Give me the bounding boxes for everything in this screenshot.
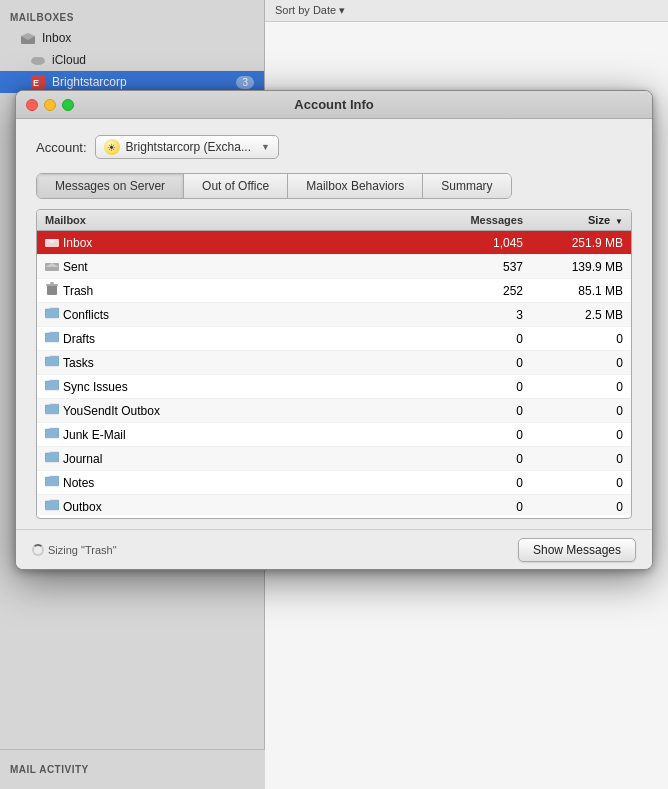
close-button[interactable] — [26, 99, 38, 111]
table-row[interactable]: Conflicts 3 2.5 MB — [37, 303, 631, 327]
sidebar-item-inbox[interactable]: Inbox — [0, 27, 264, 49]
cell-mailbox: YouSendIt Outbox — [45, 402, 423, 419]
row-icon — [45, 498, 59, 515]
mailbox-table: Mailbox Messages Size ▼ Inbox 1,045 251.… — [36, 209, 632, 519]
sidebar-badge: 3 — [236, 76, 254, 89]
row-icon — [45, 282, 59, 299]
tab-mailbox-behaviors[interactable]: Mailbox Behaviors — [288, 174, 423, 198]
sidebar-brightstarcorp-label: Brightstarcorp — [52, 75, 127, 89]
sidebar-item-icloud[interactable]: iCloud — [0, 49, 264, 71]
row-icon — [45, 402, 59, 419]
cell-messages: 1,045 — [423, 236, 523, 250]
tab-out-of-office[interactable]: Out of Office — [184, 174, 288, 198]
svg-rect-14 — [46, 284, 58, 286]
cell-messages: 0 — [423, 404, 523, 418]
table-row[interactable]: Notes 0 0 — [37, 471, 631, 495]
row-icon — [45, 234, 59, 251]
table-row[interactable]: Trash 252 85.1 MB — [37, 279, 631, 303]
cell-size: 0 — [523, 356, 623, 370]
cell-mailbox: Junk E-Mail — [45, 426, 423, 443]
cell-size: 139.9 MB — [523, 260, 623, 274]
cell-messages: 252 — [423, 284, 523, 298]
cell-mailbox: Sync Issues — [45, 378, 423, 395]
table-row[interactable]: Sent 537 139.9 MB — [37, 255, 631, 279]
table-row[interactable]: Inbox 1,045 251.9 MB — [37, 231, 631, 255]
maximize-button[interactable] — [62, 99, 74, 111]
inbox-icon — [20, 30, 36, 46]
cell-messages: 537 — [423, 260, 523, 274]
table-row[interactable]: Tasks 0 0 — [37, 351, 631, 375]
row-icon — [45, 330, 59, 347]
sort-arrow-icon: ▼ — [615, 217, 623, 226]
sidebar-icloud-label: iCloud — [52, 53, 86, 67]
cell-mailbox: Conflicts — [45, 306, 423, 323]
cell-messages: 0 — [423, 332, 523, 346]
status-text: Sizing "Trash" — [48, 544, 117, 556]
cell-size: 0 — [523, 452, 623, 466]
table-row[interactable]: Sync Issues 0 0 — [37, 375, 631, 399]
tab-messages-on-server[interactable]: Messages on Server — [37, 174, 184, 198]
cell-mailbox: Drafts — [45, 330, 423, 347]
col-size-header[interactable]: Size ▼ — [523, 214, 623, 226]
cell-messages: 0 — [423, 500, 523, 514]
col-mailbox-header: Mailbox — [45, 214, 423, 226]
modal-title: Account Info — [294, 97, 373, 112]
cell-size: 85.1 MB — [523, 284, 623, 298]
tab-summary[interactable]: Summary — [423, 174, 510, 198]
table-row[interactable]: Outbox 0 0 — [37, 495, 631, 515]
sort-label: Sort by Date ▾ — [275, 4, 345, 17]
sort-bar[interactable]: Sort by Date ▾ — [265, 0, 668, 22]
svg-point-3 — [32, 57, 38, 63]
show-messages-button[interactable]: Show Messages — [518, 538, 636, 562]
account-row: Account: ☀ Brightstarcorp (Excha... ▼ — [36, 135, 632, 159]
sidebar-header: MAILBOXES — [0, 8, 264, 27]
row-icon — [45, 306, 59, 323]
table-row[interactable]: Junk E-Mail 0 0 — [37, 423, 631, 447]
cell-size: 0 — [523, 380, 623, 394]
cell-size: 2.5 MB — [523, 308, 623, 322]
minimize-button[interactable] — [44, 99, 56, 111]
tabs-container: Messages on Server Out of Office Mailbox… — [36, 173, 512, 199]
account-type-icon: ☀ — [104, 139, 120, 155]
table-row[interactable]: Drafts 0 0 — [37, 327, 631, 351]
account-selector[interactable]: ☀ Brightstarcorp (Excha... ▼ — [95, 135, 279, 159]
svg-point-4 — [38, 57, 44, 63]
cell-messages: 0 — [423, 452, 523, 466]
svg-text:E: E — [33, 78, 39, 88]
cell-size: 0 — [523, 500, 623, 514]
cell-mailbox: Sent — [45, 258, 423, 275]
icloud-icon — [30, 52, 46, 68]
table-body: Inbox 1,045 251.9 MB Sent 537 139.9 MB T… — [37, 231, 631, 515]
row-icon — [45, 378, 59, 395]
cell-mailbox: Inbox — [45, 234, 423, 251]
modal-footer: Sizing "Trash" Show Messages — [16, 529, 652, 569]
account-name: Brightstarcorp (Excha... — [126, 140, 251, 154]
modal-body: Account: ☀ Brightstarcorp (Excha... ▼ Me… — [16, 119, 652, 535]
cell-messages: 0 — [423, 356, 523, 370]
dropdown-arrow-icon: ▼ — [261, 142, 270, 152]
account-label: Account: — [36, 140, 87, 155]
account-info-modal: Account Info Account: ☀ Brightstarcorp (… — [15, 90, 653, 570]
status-area: Sizing "Trash" — [32, 544, 117, 556]
table-row[interactable]: YouSendIt Outbox 0 0 — [37, 399, 631, 423]
col-messages-header[interactable]: Messages — [423, 214, 523, 226]
cell-mailbox: Notes — [45, 474, 423, 491]
exchange-icon: E — [30, 74, 46, 90]
mail-activity-bar: MAIL ACTIVITY — [0, 749, 265, 789]
svg-rect-15 — [50, 282, 54, 284]
cell-messages: 0 — [423, 476, 523, 490]
cell-size: 0 — [523, 332, 623, 346]
row-icon — [45, 474, 59, 491]
mail-activity-label: MAIL ACTIVITY — [10, 764, 89, 775]
traffic-lights — [26, 99, 74, 111]
row-icon — [45, 258, 59, 275]
row-icon — [45, 450, 59, 467]
modal-titlebar: Account Info — [16, 91, 652, 119]
cell-messages: 3 — [423, 308, 523, 322]
cell-messages: 0 — [423, 428, 523, 442]
table-row[interactable]: Journal 0 0 — [37, 447, 631, 471]
cell-mailbox: Trash — [45, 282, 423, 299]
svg-rect-13 — [47, 285, 57, 295]
spinner-icon — [32, 544, 44, 556]
cell-messages: 0 — [423, 380, 523, 394]
